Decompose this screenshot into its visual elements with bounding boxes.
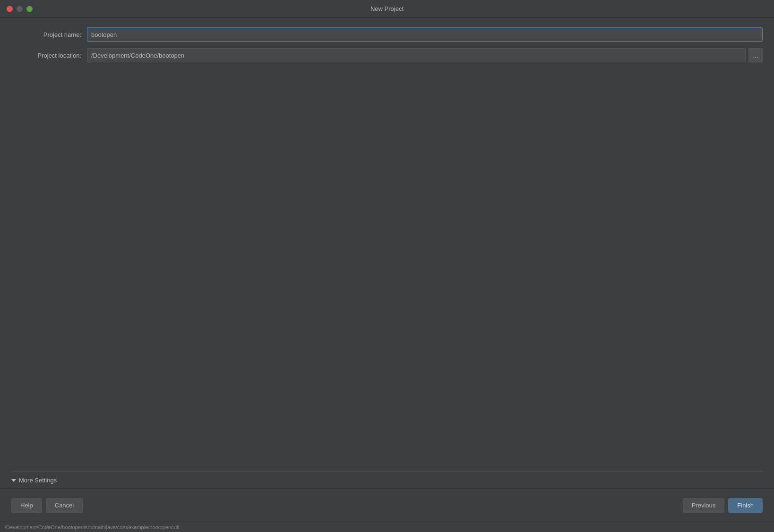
window-controls	[7, 6, 33, 12]
cancel-button[interactable]: Cancel	[46, 498, 83, 513]
chevron-right-icon	[11, 479, 16, 482]
project-name-label: Project name:	[11, 31, 87, 38]
project-location-label: Project location:	[11, 52, 87, 59]
status-text: /Development/CodeOne/bootopen/src/main/j…	[5, 524, 179, 530]
browse-icon: ...	[753, 52, 758, 59]
help-button[interactable]: Help	[11, 498, 42, 513]
footer-left-buttons: Help Cancel	[11, 498, 83, 513]
maximize-button[interactable]	[26, 6, 33, 12]
status-bar: /Development/CodeOne/bootopen/src/main/j…	[0, 522, 774, 532]
title-bar: New Project	[0, 0, 774, 18]
close-button[interactable]	[7, 6, 13, 12]
main-content: Project name: Project location: ... More…	[0, 18, 774, 489]
more-settings-section: More Settings	[11, 472, 763, 489]
previous-button[interactable]: Previous	[683, 498, 725, 513]
browse-button[interactable]: ...	[748, 48, 763, 62]
footer-right-buttons: Previous Finish	[683, 498, 763, 513]
project-location-row: Project location: ...	[11, 48, 763, 62]
minimize-button[interactable]	[17, 6, 23, 12]
project-name-input[interactable]	[87, 27, 763, 42]
more-settings-toggle[interactable]: More Settings	[11, 477, 763, 484]
project-name-row: Project name:	[11, 27, 763, 42]
more-settings-label: More Settings	[19, 477, 57, 484]
footer: Help Cancel Previous Finish	[0, 489, 774, 522]
content-spacer	[11, 69, 763, 472]
dialog-title: New Project	[370, 5, 404, 12]
finish-button[interactable]: Finish	[728, 498, 763, 513]
project-location-input[interactable]	[87, 48, 746, 62]
